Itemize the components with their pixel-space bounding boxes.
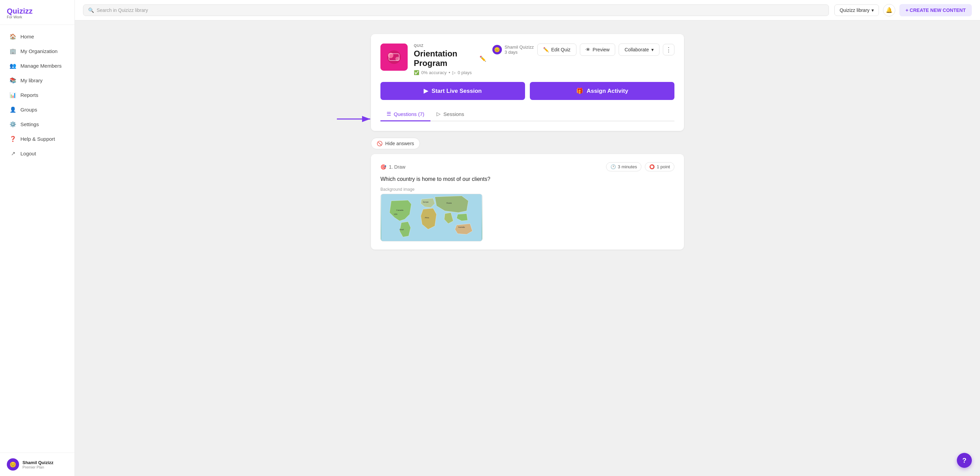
avatar: 😊	[7, 458, 19, 471]
quiz-info: QUIZ Orientation Program ✏️ ✅ 0% accurac…	[414, 43, 486, 75]
nav-label-reports: Reports	[21, 92, 38, 98]
nav-label-my-organization: My Organization	[21, 48, 57, 54]
sidebar-item-reports[interactable]: 📊 Reports	[3, 88, 72, 102]
library-label: Quizizz library	[840, 8, 869, 13]
nav-icon-settings: ⚙️	[10, 121, 16, 127]
svg-text:Russia: Russia	[447, 202, 452, 204]
nav-icon-help-support: ❓	[10, 136, 16, 142]
nav-icon-reports: 📊	[10, 92, 16, 98]
hide-answers-button[interactable]: 🚫 Hide answers	[371, 138, 420, 149]
map-image: Canada USA Brazil Europe Africa Russia A…	[380, 194, 482, 241]
start-live-session-button[interactable]: ▶ Start Live Session	[380, 82, 525, 100]
author-time: 3 days	[504, 50, 534, 55]
eye-slash-icon: 🚫	[377, 141, 382, 146]
question-header: 🎯 1. Draw 🕐 3 minutes ⭕ 1 point	[380, 162, 675, 171]
sidebar-footer: 😊 Shamil Quizizz Premier Plan	[0, 452, 75, 476]
play-icon: ▷	[452, 70, 456, 75]
search-icon: 🔍	[88, 8, 94, 13]
create-new-content-button[interactable]: + CREATE NEW CONTENT	[899, 4, 972, 16]
question-text: Which country is home to most of our cli…	[380, 176, 675, 182]
topbar-right: Quizizz library ▾ 🔔 + CREATE NEW CONTENT	[834, 4, 972, 16]
svg-text:USA: USA	[394, 214, 398, 215]
sessions-icon: ▷	[437, 111, 441, 117]
arrow-indicator	[334, 112, 374, 126]
quiz-footer-actions: ▶ Start Live Session 🎁 Assign Activity	[380, 82, 675, 100]
star-icon: ⭕	[649, 164, 655, 169]
chevron-down-icon: ▾	[872, 8, 874, 13]
points-badge: ⭕ 1 point	[645, 162, 675, 171]
nav-label-help-support: Help & Support	[21, 136, 55, 142]
nav-label-my-library: My library	[21, 78, 43, 83]
tab-questions[interactable]: ☰ Questions (7)	[380, 108, 430, 121]
plays-text: 0 plays	[458, 70, 472, 75]
nav-label-logout: Logout	[21, 151, 36, 156]
eye-icon: 👁	[585, 47, 590, 52]
below-card: 🚫 Hide answers 🎯 1. Draw 🕐 3 min	[371, 138, 684, 249]
collaborate-button[interactable]: Collaborate ▾	[619, 43, 659, 56]
library-dropdown[interactable]: Quizizz library ▾	[834, 5, 879, 16]
clock-icon: 🕐	[611, 164, 616, 169]
play-icon: ▶	[424, 87, 428, 95]
bell-button[interactable]: 🔔	[883, 4, 895, 16]
more-options-button[interactable]: ⋮	[663, 44, 675, 56]
svg-text:Europe: Europe	[423, 201, 428, 203]
tab-sessions[interactable]: ▷ Sessions	[430, 108, 470, 121]
question-type: 🎯 1. Draw	[380, 164, 405, 170]
sidebar-item-help-support[interactable]: ❓ Help & Support	[3, 132, 72, 146]
nav-label-groups: Groups	[21, 107, 37, 113]
nav-icon-home: 🏠	[10, 33, 16, 40]
svg-text:Brazil: Brazil	[399, 229, 404, 230]
logo: Quizizz For Work	[0, 0, 75, 25]
quiz-title: Orientation Program ✏️	[414, 49, 486, 68]
quiz-card: QUIZ Orientation Program ✏️ ✅ 0% accurac…	[371, 34, 684, 131]
preview-button[interactable]: 👁 Preview	[580, 43, 616, 56]
question-badges: 🕐 3 minutes ⭕ 1 point	[606, 162, 675, 171]
content-area: QUIZ Orientation Program ✏️ ✅ 0% accurac…	[75, 21, 980, 476]
quiz-thumbnail	[380, 43, 408, 71]
chevron-down-icon: ▾	[651, 47, 654, 52]
bell-icon: 🔔	[886, 7, 892, 13]
edit-title-icon[interactable]: ✏️	[479, 56, 486, 62]
main-area: 🔍 Search in Quizizz library Quizizz libr…	[75, 0, 980, 476]
edit-quiz-button[interactable]: ✏️ Edit Quiz	[537, 43, 576, 56]
edit-icon: ✏️	[543, 47, 549, 52]
nav-icon-logout: ↗	[10, 150, 16, 157]
nav-label-settings: Settings	[21, 121, 39, 127]
logo-subtitle: For Work	[7, 15, 68, 19]
arrow-container: QUIZ Orientation Program ✏️ ✅ 0% accurac…	[371, 34, 684, 131]
sidebar-item-groups[interactable]: 👤 Groups	[3, 103, 72, 117]
question-card: 🎯 1. Draw 🕐 3 minutes ⭕ 1 point	[371, 154, 684, 249]
author-avatar: 😊	[492, 45, 502, 54]
svg-text:Australia: Australia	[458, 227, 465, 228]
search-placeholder: Search in Quizizz library	[97, 8, 148, 13]
bg-image-label: Background image	[380, 187, 675, 192]
svg-text:Africa: Africa	[425, 217, 429, 219]
topbar: 🔍 Search in Quizizz library Quizizz libr…	[75, 0, 980, 21]
quiz-title-text: Orientation Program	[414, 49, 476, 68]
sidebar-item-manage-members[interactable]: 👥 Manage Members	[3, 59, 72, 73]
logo-title: Quizizz	[7, 7, 68, 16]
help-support-fab[interactable]: ?	[957, 453, 972, 468]
activity-icon: 🎁	[576, 87, 583, 95]
draw-icon: 🎯	[380, 164, 386, 170]
nav-icon-my-organization: 🏢	[10, 48, 16, 54]
quiz-meta: ✅ 0% accuracy • ▷ 0 plays	[414, 70, 486, 75]
nav-label-manage-members: Manage Members	[21, 63, 62, 69]
sidebar-item-my-organization[interactable]: 🏢 My Organization	[3, 44, 72, 58]
user-info: Shamil Quizizz Premier Plan	[22, 460, 68, 469]
sidebar-item-home[interactable]: 🏠 Home	[3, 30, 72, 43]
svg-text:Canada: Canada	[396, 209, 404, 211]
tabs: ☰ Questions (7) ▷ Sessions	[380, 108, 675, 121]
sidebar-item-settings[interactable]: ⚙️ Settings	[3, 117, 72, 131]
user-name: Shamil Quizizz	[22, 460, 68, 465]
sidebar: Quizizz For Work 🏠 Home 🏢 My Organizatio…	[0, 0, 75, 476]
sidebar-item-my-library[interactable]: 📚 My library	[3, 73, 72, 87]
sidebar-item-logout[interactable]: ↗ Logout	[3, 146, 72, 160]
nav-icon-groups: 👤	[10, 106, 16, 113]
author-name: Shamil Quizizz	[504, 44, 534, 50]
nav-icon-my-library: 📚	[10, 77, 16, 84]
accuracy-text: 0% accuracy	[421, 70, 447, 75]
search-bar[interactable]: 🔍 Search in Quizizz library	[83, 5, 829, 16]
accuracy-icon: ✅	[414, 70, 419, 75]
assign-activity-button[interactable]: 🎁 Assign Activity	[530, 82, 675, 100]
